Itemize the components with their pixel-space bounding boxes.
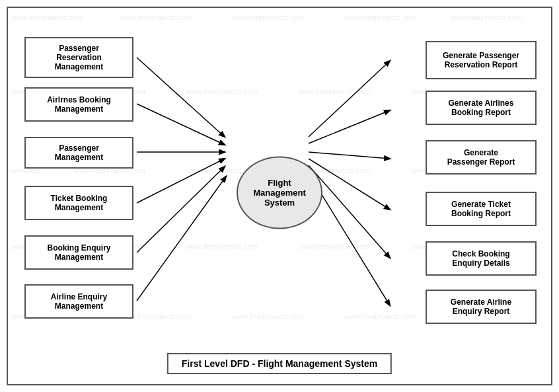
rb4-label: Generate Ticket Booking Report [451, 200, 511, 218]
svg-line-5 [137, 176, 226, 301]
svg-line-8 [309, 152, 390, 159]
wm18: www.freeprojectz.com [186, 243, 258, 251]
rb3-label: Generate Passenger Report [447, 148, 515, 167]
center-label: Flight Management System [253, 178, 305, 208]
left-box-passenger-management: Passenger Management [24, 137, 133, 169]
wm1: www.freeprojectz.com [11, 13, 83, 21]
wm4: www.freeprojectz.com [345, 13, 416, 21]
wm9: www.freeprojectz.com [299, 87, 370, 95]
diagram-container: www.freeprojectz.com www.freeprojectz.co… [7, 7, 552, 385]
lb1-label: Passenger Reservation Management [55, 44, 103, 71]
rb5-label: Check Booking Enquiry Details [452, 249, 509, 268]
lb4-label: Ticket Booking Management [51, 194, 108, 212]
svg-line-4 [137, 167, 225, 253]
svg-line-1 [137, 104, 225, 145]
left-box-airlines-booking: Airlrnes Booking Management [24, 87, 133, 122]
lb5-label: Booking Enquiry Management [48, 243, 111, 262]
right-box-check-booking-enquiry: Check Booking Enquiry Details [426, 241, 537, 276]
left-box-ticket-booking: Ticket Booking Management [24, 186, 133, 220]
right-box-airline-enquiry-report: Generate Airline Enquiry Report [426, 290, 537, 324]
rb2-label: Generate Airlines Booking Report [449, 98, 514, 117]
right-box-passenger-report: Generate Passenger Report [426, 140, 537, 175]
wm24: www.freeprojectz.com [345, 312, 416, 320]
wm8: www.freeprojectz.com [186, 87, 258, 95]
diagram-title: First Level DFD - Flight Management Syst… [167, 353, 392, 374]
title-text: First Level DFD - Flight Management Syst… [182, 358, 377, 369]
svg-line-6 [309, 61, 390, 137]
wm23: www.freeprojectz.com [233, 312, 304, 320]
wm19: www.freeprojectz.com [299, 243, 370, 251]
svg-line-3 [137, 159, 225, 203]
left-box-passenger-reservation: Passenger Reservation Management [24, 37, 133, 78]
left-box-booking-enquiry: Booking Enquiry Management [24, 235, 133, 270]
rb6-label: Generate Airline Enquiry Report [451, 297, 511, 316]
center-ellipse: Flight Management System [237, 156, 322, 229]
rb1-label: Generate Passenger Reservation Report [443, 51, 519, 69]
lb2-label: Airlrnes Booking Management [47, 95, 111, 114]
wm3: www.freeprojectz.com [233, 13, 304, 21]
wm5: www.freeprojectz.com [451, 13, 522, 21]
lb6-label: Airline Enquiry Management [51, 292, 107, 311]
right-box-passenger-reservation-report: Generate Passenger Reservation Report [426, 41, 537, 79]
svg-line-7 [309, 110, 390, 143]
right-box-airlines-booking-report: Generate Airlines Booking Report [426, 91, 537, 125]
right-box-ticket-booking-report: Generate Ticket Booking Report [426, 192, 537, 226]
lb3-label: Passenger Management [55, 143, 103, 162]
left-box-airline-enquiry: Airline Enquiry Management [24, 284, 133, 319]
svg-line-0 [137, 58, 225, 137]
svg-line-10 [309, 165, 390, 258]
wm2: www.freeprojectz.com [120, 13, 192, 21]
